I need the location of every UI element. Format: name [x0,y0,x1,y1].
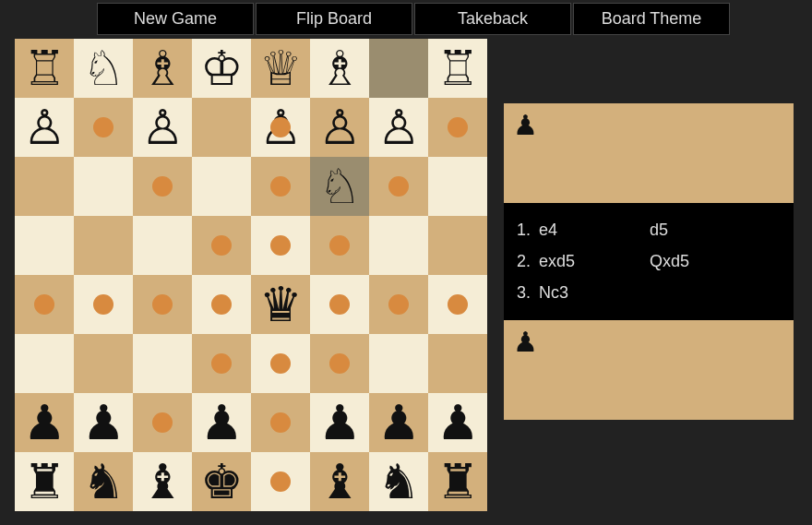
white-rook-icon[interactable]: ♜ [15,452,74,511]
white-pawn-icon[interactable]: ♟ [74,393,133,452]
white-knight-icon[interactable]: ♞ [74,452,133,511]
move-dot-icon[interactable] [388,294,409,315]
black-bishop-icon[interactable]: ♗ [310,39,369,98]
square-e1[interactable] [251,452,310,511]
square-g2[interactable]: ♟ [369,393,428,452]
square-b4[interactable] [74,275,133,334]
move-dot-icon[interactable] [211,294,232,315]
move-white[interactable]: e4 [539,214,650,245]
black-king-icon[interactable]: ♔ [192,39,251,98]
move-black[interactable]: Qxd5 [650,245,760,277]
square-g5[interactable] [369,216,428,275]
move-white[interactable]: exd5 [539,245,650,277]
white-pawn-icon[interactable]: ♟ [15,393,74,452]
square-c7[interactable]: ♙ [133,98,192,157]
square-g3[interactable] [369,334,428,393]
move-dot-icon[interactable] [270,412,291,433]
square-c4[interactable] [133,275,192,334]
square-h7[interactable] [428,98,487,157]
square-d8[interactable]: ♔ [192,39,251,98]
square-c3[interactable] [133,334,192,393]
move-dot-icon[interactable] [152,294,173,315]
square-a8[interactable]: ♖ [15,39,74,98]
move-dot-icon[interactable] [152,412,173,433]
square-c5[interactable] [133,216,192,275]
square-a3[interactable] [15,334,74,393]
square-h6[interactable] [428,157,487,216]
square-b8[interactable]: ♘ [74,39,133,98]
square-a4[interactable] [15,275,74,334]
square-a2[interactable]: ♟ [15,393,74,452]
move-dot-icon[interactable] [34,294,54,315]
black-bishop-icon[interactable]: ♗ [133,39,192,98]
square-d2[interactable]: ♟ [192,393,251,452]
move-dot-icon[interactable] [93,117,113,137]
square-d5[interactable] [192,216,251,275]
move-dot-icon[interactable] [388,176,409,197]
square-f1[interactable]: ♝ [310,452,369,511]
move-dot-icon[interactable] [211,235,232,256]
move-dot-icon[interactable] [211,353,232,374]
square-f2[interactable]: ♟ [310,393,369,452]
square-d6[interactable] [192,157,251,216]
square-b7[interactable] [74,98,133,157]
new-game-button[interactable]: New Game [97,3,254,35]
square-g7[interactable]: ♙ [369,98,428,157]
move-dot-icon[interactable] [270,176,291,197]
move-black[interactable] [650,277,760,308]
move-dot-icon[interactable] [270,471,291,492]
square-h2[interactable]: ♟ [428,393,487,452]
square-e4[interactable]: ♛ [251,275,310,334]
move-dot-icon[interactable] [152,176,173,197]
move-dot-icon[interactable] [448,294,468,315]
move-black[interactable]: d5 [650,214,760,245]
board-theme-button[interactable]: Board Theme [573,3,730,35]
white-pawn-icon[interactable]: ♟ [428,393,487,452]
square-a1[interactable]: ♜ [15,452,74,511]
flip-board-button[interactable]: Flip Board [256,3,412,35]
move-dot-icon[interactable] [329,294,350,315]
white-knight-icon[interactable]: ♞ [369,452,428,511]
black-knight-icon[interactable]: ♘ [310,157,369,216]
takeback-button[interactable]: Takeback [414,3,571,35]
white-rook-icon[interactable]: ♜ [428,452,487,511]
black-pawn-icon[interactable]: ♙ [15,98,74,157]
square-d4[interactable] [192,275,251,334]
square-f6[interactable]: ♘ [310,157,369,216]
square-f3[interactable] [310,334,369,393]
square-d1[interactable]: ♚ [192,452,251,511]
square-e6[interactable] [251,157,310,216]
white-bishop-icon[interactable]: ♝ [310,452,369,511]
square-b1[interactable]: ♞ [74,452,133,511]
black-pawn-icon[interactable]: ♙ [310,98,369,157]
square-c8[interactable]: ♗ [133,39,192,98]
square-e2[interactable] [251,393,310,452]
square-f4[interactable] [310,275,369,334]
white-pawn-icon[interactable]: ♟ [310,393,369,452]
square-f7[interactable]: ♙ [310,98,369,157]
black-rook-icon[interactable]: ♖ [15,39,74,98]
square-f8[interactable]: ♗ [310,39,369,98]
square-b2[interactable]: ♟ [74,393,133,452]
black-queen-icon[interactable]: ♕ [251,39,310,98]
black-rook-icon[interactable]: ♖ [428,39,487,98]
square-a6[interactable] [15,157,74,216]
move-dot-icon[interactable] [270,235,291,256]
white-bishop-icon[interactable]: ♝ [133,452,192,511]
square-h4[interactable] [428,275,487,334]
move-dot-icon[interactable] [93,294,113,315]
square-b5[interactable] [74,216,133,275]
white-queen-icon[interactable]: ♛ [251,275,310,334]
square-h5[interactable] [428,216,487,275]
square-a5[interactable] [15,216,74,275]
black-pawn-icon[interactable]: ♙ [369,98,428,157]
square-a7[interactable]: ♙ [15,98,74,157]
square-d7[interactable] [192,98,251,157]
square-d3[interactable] [192,334,251,393]
square-g1[interactable]: ♞ [369,452,428,511]
square-e5[interactable] [251,216,310,275]
move-dot-icon[interactable] [329,235,350,256]
square-c1[interactable]: ♝ [133,452,192,511]
move-dot-icon[interactable] [270,353,291,374]
square-g4[interactable] [369,275,428,334]
